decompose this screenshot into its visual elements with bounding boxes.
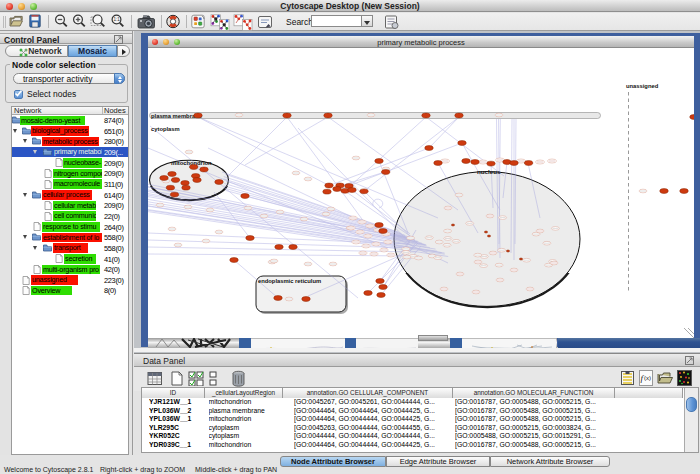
svg-text:unassigned: unassigned	[626, 83, 659, 89]
svg-text:cytoplasm: cytoplasm	[151, 126, 180, 132]
svg-text:nucleus: nucleus	[477, 168, 501, 175]
svg-text:endoplasmic reticulum: endoplasmic reticulum	[258, 278, 321, 284]
svg-text:(x): (x)	[644, 375, 651, 381]
svg-text:1:1: 1:1	[113, 17, 120, 22]
